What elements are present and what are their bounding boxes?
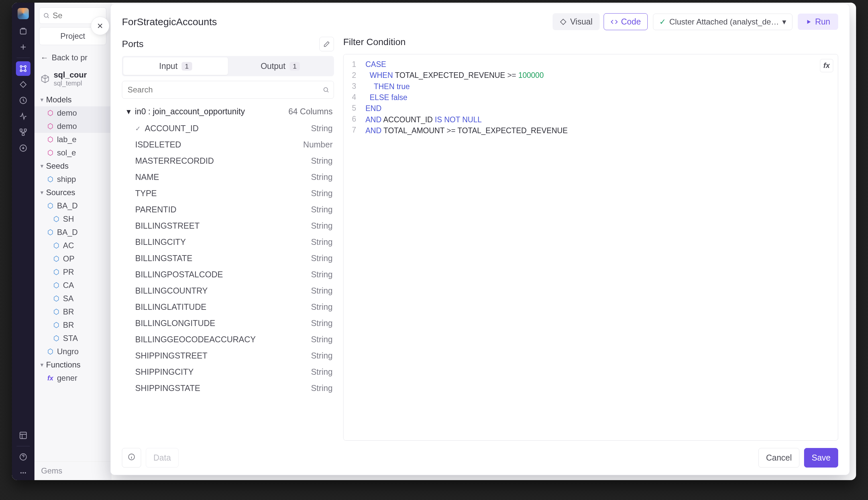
column-type: String	[311, 156, 333, 166]
run-button[interactable]: Run	[798, 14, 838, 30]
app-logo-icon[interactable]	[18, 8, 29, 19]
code-area[interactable]: CASE WHEN TOTAL_EXPECTED_REVENUE >= 1000…	[360, 54, 573, 440]
modal-title: ForStrategicAccounts	[122, 16, 217, 27]
rail-dashboard-icon[interactable]	[16, 428, 31, 443]
column-row[interactable]: BILLINGSTATEString	[122, 250, 334, 266]
info-button[interactable]	[122, 448, 141, 467]
visual-toggle[interactable]: Visual	[552, 13, 599, 30]
column-row[interactable]: BILLINGCITYString	[122, 234, 334, 250]
visual-label: Visual	[570, 17, 593, 26]
source-item[interactable]: AC	[34, 239, 111, 252]
column-row[interactable]: SHIPPINGSTATEString	[122, 380, 334, 396]
svg-rect-8	[22, 133, 24, 136]
column-name: BILLINGCITY	[135, 237, 186, 247]
run-label: Run	[815, 17, 830, 26]
column-row[interactable]: BILLINGCOUNTRYString	[122, 283, 334, 299]
port-search-input[interactable]	[122, 81, 334, 99]
rail-history-icon[interactable]	[16, 93, 31, 108]
svg-point-2	[24, 66, 26, 67]
columns-list: ✓ACCOUNT_IDStringISDELETEDNumberMASTERRE…	[122, 120, 334, 441]
rail-diamond-icon[interactable]	[16, 77, 31, 92]
column-row[interactable]: MASTERRECORDIDString	[122, 153, 334, 169]
code-toggle[interactable]: Code	[604, 13, 648, 30]
source-item[interactable]: SH	[34, 212, 111, 226]
source-item[interactable]: SA	[34, 292, 111, 305]
source-item[interactable]: OP	[34, 252, 111, 265]
rail-nodes-icon[interactable]	[16, 125, 31, 139]
column-row[interactable]: TYPEString	[122, 185, 334, 202]
functions-group[interactable]: ▾Functions	[34, 358, 111, 372]
source-item[interactable]: BR	[34, 318, 111, 332]
source-item[interactable]: BA_D	[34, 226, 111, 239]
column-row[interactable]: ✓ACCOUNT_IDString	[122, 120, 334, 137]
column-name: SHIPPINGSTATE	[135, 383, 200, 393]
gems-section[interactable]: Gems	[34, 461, 111, 480]
rail-pipeline-icon[interactable]	[16, 61, 31, 76]
source-item[interactable]: BR	[34, 305, 111, 318]
port-group-header[interactable]: ▾ in0 : join_account_opportunity 64 Colu…	[122, 103, 334, 120]
source-label: AC	[63, 241, 74, 250]
ports-panel: Ports Input 1 Output 1	[122, 37, 334, 441]
column-type: String	[311, 270, 333, 279]
back-link[interactable]: ← Back to pr	[34, 50, 111, 66]
rail-help-icon[interactable]	[16, 450, 31, 464]
models-group[interactable]: ▾Models	[34, 93, 111, 106]
source-item[interactable]: PR	[34, 265, 111, 279]
tag-icon	[560, 18, 567, 25]
column-count: 64 Columns	[288, 107, 333, 116]
source-item[interactable]: CA	[34, 279, 111, 292]
line-gutter: 1234567	[344, 54, 360, 440]
column-row[interactable]: SHIPPINGCITYString	[122, 364, 334, 380]
data-button: Data	[146, 448, 179, 467]
column-row[interactable]: NAMEString	[122, 169, 334, 185]
sources-group[interactable]: ▾Sources	[34, 186, 111, 199]
model-item[interactable]: demo	[34, 120, 111, 133]
output-tab[interactable]: Output 1	[228, 57, 333, 75]
rail-projects-icon[interactable]	[16, 24, 31, 38]
column-row[interactable]: BILLINGLONGITUDEString	[122, 315, 334, 331]
code-editor[interactable]: 1234567 CASE WHEN TOTAL_EXPECTED_REVENUE…	[343, 54, 838, 441]
seeds-label: Seeds	[46, 161, 69, 171]
column-row[interactable]: BILLINGPOSTALCODEString	[122, 266, 334, 283]
rail-add-icon[interactable]	[16, 40, 31, 54]
tree: ▾Models demodemolab_esol_e ▾Seeds shipp …	[34, 92, 111, 461]
rail-activity-icon[interactable]	[16, 109, 31, 124]
fx-button[interactable]: fx	[820, 59, 833, 72]
model-item[interactable]: lab_e	[34, 133, 111, 146]
ungrouped-item[interactable]: Ungro	[34, 345, 111, 358]
cluster-label: Cluster Attached (analyst_de…	[669, 17, 779, 26]
rail-download-icon[interactable]	[16, 141, 31, 156]
edit-ports-button[interactable]	[319, 37, 334, 52]
model-label: demo	[57, 109, 77, 118]
close-button[interactable]	[91, 16, 109, 35]
column-row[interactable]: BILLINGSTREETString	[122, 218, 334, 234]
column-name: BILLINGLATITUDE	[135, 302, 206, 312]
svg-point-15	[44, 13, 48, 17]
cluster-dropdown[interactable]: ✓ Cluster Attached (analyst_de… ▾	[653, 14, 792, 30]
column-row[interactable]: ISDELETEDNumber	[122, 137, 334, 153]
column-row[interactable]: BILLINGGEOCODEACCURACYString	[122, 331, 334, 348]
column-type: String	[311, 253, 333, 263]
function-item[interactable]: fxgener	[34, 372, 111, 385]
modal-footer: Data Cancel Save	[111, 441, 849, 475]
column-name: BILLINGPOSTALCODE	[135, 270, 223, 279]
source-label: OP	[63, 254, 75, 263]
model-item[interactable]: sol_e	[34, 146, 111, 159]
seed-item[interactable]: shipp	[34, 173, 111, 186]
svg-rect-10	[20, 432, 26, 439]
column-row[interactable]: PARENTIDString	[122, 202, 334, 218]
input-tab[interactable]: Input 1	[123, 57, 228, 75]
column-name: NAME	[135, 172, 159, 182]
source-item[interactable]: STA	[34, 332, 111, 345]
cancel-button[interactable]: Cancel	[758, 448, 799, 467]
column-row[interactable]: SHIPPINGSTREETString	[122, 348, 334, 364]
model-item[interactable]: demo	[34, 106, 111, 120]
seeds-group[interactable]: ▾Seeds	[34, 159, 111, 173]
code-icon	[610, 18, 618, 25]
save-button[interactable]: Save	[804, 448, 838, 467]
rail-more-icon[interactable]	[16, 466, 31, 480]
source-item[interactable]: BA_D	[34, 199, 111, 212]
model-label: lab_e	[57, 135, 77, 144]
column-row[interactable]: BILLINGLATITUDEString	[122, 299, 334, 315]
column-name: MASTERRECORDID	[135, 156, 214, 166]
